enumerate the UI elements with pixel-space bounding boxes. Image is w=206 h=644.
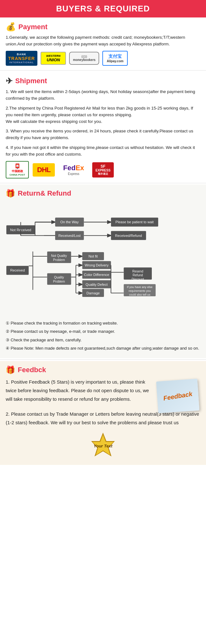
return-note-1: ① Please check the tracking in formation… [6, 320, 200, 327]
seal-text: Your Text [94, 444, 113, 448]
shipment-section: ✈ Shipment 1. We will sent the items wit… [0, 72, 206, 182]
divider-1 [0, 70, 206, 70]
dhl-logo: DHL [33, 163, 55, 177]
svg-text:Quality: Quality [54, 276, 64, 279]
shipment-body: 1. We will sent the items within 2-5days… [6, 89, 200, 158]
svg-text:Resend: Resend [132, 270, 143, 273]
gold-seal: Your Text [6, 432, 200, 460]
svg-text:Discount: Discount [132, 278, 144, 281]
sf-express-logo: SF EXPRESS 顺丰速运 [92, 162, 113, 178]
divider-3 [0, 359, 206, 360]
return-notes: ① Please check the tracking in formation… [6, 320, 200, 352]
feedback-icon: 🎁 [6, 366, 15, 374]
plane-icon: ✈ [6, 76, 13, 86]
svg-text:If you have any else: If you have any else [127, 285, 152, 289]
svg-text:Received: Received [10, 269, 25, 272]
return-refund-section: 🎁 Return& Refund Not Received On the Way… [0, 184, 206, 358]
feedback-body-1: 1. Positive Feedback (5 Stars) is very i… [6, 378, 153, 403]
svg-text:Damage: Damage [87, 291, 100, 295]
svg-text:requirements you: requirements you [129, 289, 151, 292]
divider-2 [0, 183, 206, 183]
china-post-logo: 📮 中国邮政 CHINA POST [6, 161, 29, 178]
alipay-logo: 支付宝 Alipay.com [102, 51, 128, 66]
svg-text:Quality Defect: Quality Defect [86, 283, 107, 286]
seal-text-overlay: Your Text [86, 432, 120, 460]
shipment-point-2: 2.The shipment by China Post Registered … [6, 105, 200, 125]
svg-text:Please be patient to wait: Please be patient to wait [115, 220, 154, 224]
return-note-2: ② Please contact us by meesage, e-mail, … [6, 328, 200, 335]
svg-text:Problem: Problem [53, 280, 65, 283]
svg-text:On the Way: On the Way [60, 220, 79, 224]
svg-text:Refund: Refund [133, 274, 143, 277]
feedback-title: 🎁 Feedbck [6, 366, 200, 374]
western-union-logo: WESTERN UNION [41, 52, 66, 65]
payment-icon: 💰 [6, 22, 16, 32]
svg-text:Problem: Problem [53, 258, 65, 262]
feedback-section: 🎁 Feedbck Feedback 1. Positive Feedback … [0, 361, 206, 465]
payment-body: 1.Generally, we accept the following pay… [6, 34, 200, 48]
payment-section: 💰 Payment 1.Generally, we accept the fol… [0, 17, 206, 69]
svg-text:Not fit: Not fit [88, 254, 98, 258]
return-icon: 🎁 [6, 189, 15, 198]
header-title: BUYERS & REQUIRED [56, 4, 150, 13]
shipment-point-3: 3. When you receive the items you ordere… [6, 128, 200, 141]
return-note-3: ③ Check the package and Item, carefully. [6, 337, 200, 344]
svg-text:Color Difference: Color Difference [84, 273, 109, 277]
feedback-card: Feedback [156, 379, 200, 413]
refund-flow-diagram: Not Received On the Way Please be patien… [6, 204, 200, 312]
return-note-4: ④ Please Note: Men made defects are not … [6, 345, 200, 352]
return-refund-title: 🎁 Return& Refund [6, 189, 200, 198]
bank-transfer-logo: BANK TRANSFER INTERNATIONAL [6, 51, 37, 66]
svg-text:Not Quality: Not Quality [51, 254, 67, 258]
shipping-logos: 📮 中国邮政 CHINA POST DHL FedEx Express SF E… [6, 161, 200, 178]
svg-text:could also tell us: could also tell us [129, 293, 150, 296]
shipment-point-4: 4. If you have not got it within the shi… [6, 144, 200, 158]
moneybookers-logo: ((())) moneybookers [69, 52, 99, 65]
feedback-label: Feedback [163, 390, 193, 402]
svg-text:Wrong Delivery: Wrong Delivery [85, 263, 109, 267]
payment-logos: BANK TRANSFER INTERNATIONAL WESTERN UNIO… [6, 51, 200, 66]
svg-text:Received/Refund: Received/Refund [115, 234, 142, 238]
svg-text:Received/Lost: Received/Lost [58, 234, 80, 238]
payment-title: 💰 Payment [6, 22, 200, 32]
shipment-title: ✈ Shipment [6, 76, 200, 86]
page-header: BUYERS & REQUIRED [0, 0, 206, 17]
gold-seal-inner: Your Text [86, 432, 120, 460]
fedex-logo: FedEx Express [59, 162, 88, 178]
shipment-point-1: 1. We will sent the items within 2-5days… [6, 89, 200, 102]
